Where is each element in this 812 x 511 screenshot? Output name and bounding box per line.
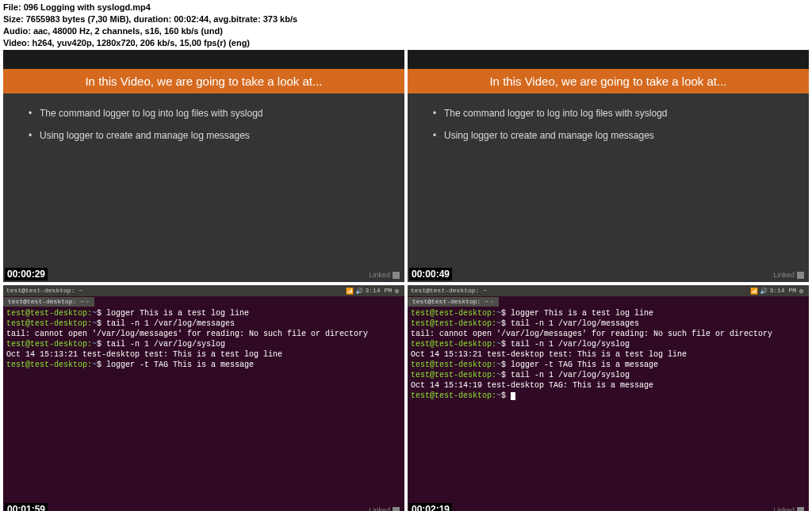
audio-line: Audio: aac, 48000 Hz, 2 channels, s16, 1… <box>3 25 809 37</box>
timestamp: 00:01:59 <box>5 503 48 511</box>
sound-icon: 🔊 <box>355 288 362 294</box>
thumbnail-2: In this Video, we are going to take a lo… <box>408 50 809 282</box>
terminal-output[interactable]: test@test-desktop:~$ logger This is a te… <box>408 307 809 402</box>
media-info: File: 096 Logging with syslogd.mp4 Size:… <box>0 0 812 50</box>
slide-body: The command logger to log into log files… <box>3 93 404 282</box>
network-icon: 📶 <box>750 288 756 294</box>
slide: In this Video, we are going to take a lo… <box>3 50 404 282</box>
gear-icon: ⚙ <box>395 288 401 294</box>
size-line: Size: 7655983 bytes (7,30 MiB), duration… <box>3 13 809 25</box>
terminal-tab[interactable]: test@test-desktop: ~× <box>3 297 94 307</box>
timestamp: 00:00:49 <box>409 268 452 280</box>
linkedin-logo: Linked <box>773 506 804 511</box>
file-line: File: 096 Logging with syslogd.mp4 <box>3 2 809 13</box>
terminal-tab[interactable]: test@test-desktop: ~× <box>408 297 499 307</box>
terminal-output[interactable]: test@test-desktop:~$ logger This is a te… <box>3 307 404 372</box>
timestamp: 00:00:29 <box>5 268 48 280</box>
window-title: test@test-desktop: ~ <box>6 287 82 295</box>
slide: In this Video, we are going to take a lo… <box>408 50 809 282</box>
sound-icon: 🔊 <box>760 288 766 294</box>
bullet-2: Using logger to create and manage log me… <box>433 130 783 141</box>
video-line: Video: h264, yuv420p, 1280x720, 206 kb/s… <box>3 37 809 49</box>
close-icon[interactable]: × <box>490 298 494 305</box>
linkedin-logo: Linked <box>773 271 804 279</box>
network-icon: 📶 <box>346 288 352 294</box>
bullet-2: Using logger to create and manage log me… <box>29 130 379 141</box>
timestamp: 00:02:19 <box>409 503 452 511</box>
thumbnail-1: In this Video, we are going to take a lo… <box>3 50 404 282</box>
linkedin-icon <box>797 507 804 511</box>
slide-top-bar <box>408 50 809 69</box>
window-title: test@test-desktop: ~ <box>411 287 487 295</box>
terminal-tabs: test@test-desktop: ~× <box>3 296 404 307</box>
thumbnail-grid: In this Video, we are going to take a lo… <box>0 50 812 511</box>
linkedin-logo: Linked <box>369 271 400 279</box>
terminal: test@test-desktop: ~ 📶 🔊 3:14 PM ⚙ test@… <box>408 285 809 511</box>
linkedin-icon <box>393 272 400 279</box>
linkedin-icon <box>797 272 804 279</box>
bullet-1: The command logger to log into log files… <box>29 108 379 119</box>
linkedin-logo: Linked <box>369 506 400 511</box>
cursor <box>511 392 515 400</box>
terminal-titlebar: test@test-desktop: ~ 📶 🔊 3:14 PM ⚙ <box>3 285 404 296</box>
gear-icon: ⚙ <box>799 288 806 294</box>
terminal-titlebar: test@test-desktop: ~ 📶 🔊 3:14 PM ⚙ <box>408 285 809 296</box>
thumbnail-3: test@test-desktop: ~ 📶 🔊 3:14 PM ⚙ test@… <box>3 285 404 511</box>
slide-title: In this Video, we are going to take a lo… <box>408 69 809 93</box>
slide-title: In this Video, we are going to take a lo… <box>3 69 404 93</box>
system-tray: 📶 🔊 3:14 PM ⚙ <box>346 287 401 295</box>
clock: 3:14 PM <box>769 287 796 295</box>
bullet-1: The command logger to log into log files… <box>433 108 783 119</box>
thumbnail-4: test@test-desktop: ~ 📶 🔊 3:14 PM ⚙ test@… <box>408 285 809 511</box>
slide-top-bar <box>3 50 404 69</box>
clock: 3:14 PM <box>365 287 392 295</box>
system-tray: 📶 🔊 3:14 PM ⚙ <box>750 287 806 295</box>
slide-body: The command logger to log into log files… <box>408 93 809 282</box>
linkedin-icon <box>393 507 400 511</box>
terminal-tabs: test@test-desktop: ~× <box>408 296 809 307</box>
close-icon[interactable]: × <box>86 298 90 305</box>
terminal: test@test-desktop: ~ 📶 🔊 3:14 PM ⚙ test@… <box>3 285 404 511</box>
